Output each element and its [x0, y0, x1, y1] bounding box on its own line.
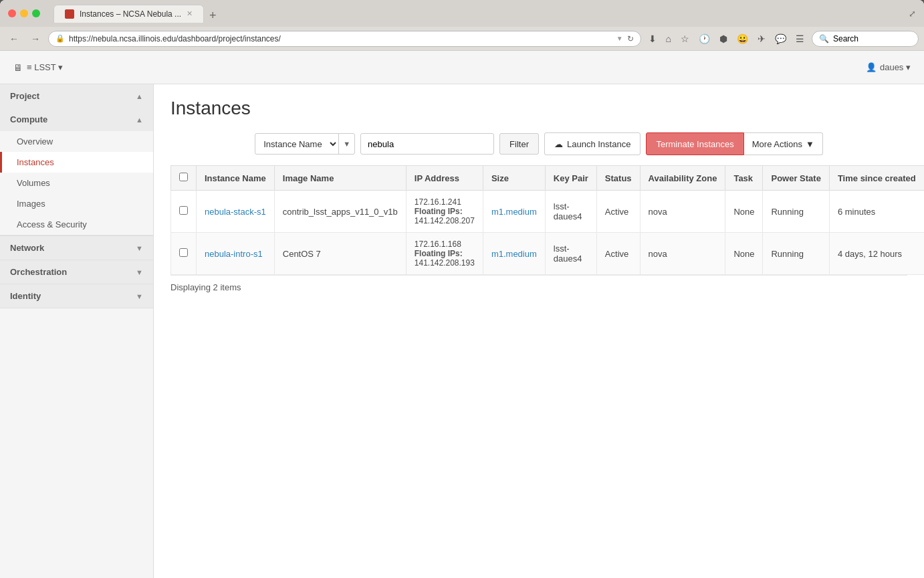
- bookmark-icon[interactable]: ☆: [677, 31, 693, 46]
- row1-ip-cell: 172.16.1.241 Floating IPs: 141.142.208.2…: [406, 191, 483, 233]
- cloud-icon: ☁: [554, 139, 563, 149]
- row1-checkbox-cell[interactable]: [171, 191, 197, 233]
- menu-icon[interactable]: ☰: [792, 31, 808, 46]
- row2-status: Active: [605, 249, 628, 259]
- url-dropdown-arrow: ▼: [616, 35, 623, 42]
- col-time: Time since created: [829, 166, 924, 191]
- row2-az-cell: nova: [640, 233, 725, 275]
- emoji-icon[interactable]: 😀: [733, 31, 752, 46]
- search-placeholder: Search: [833, 34, 858, 43]
- main-content: Instances Instance Name ▼ Filter ☁ Launc…: [154, 84, 924, 578]
- project-label: Project: [10, 91, 39, 101]
- instances-table: Instance Name Image Name IP Address Size…: [170, 165, 924, 275]
- terminate-instances-button[interactable]: Terminate Instances: [646, 132, 743, 155]
- forward-button[interactable]: →: [27, 31, 44, 47]
- sidebar-item-instances[interactable]: Instances: [0, 152, 153, 173]
- filter-select[interactable]: Instance Name: [255, 134, 338, 154]
- back-button[interactable]: ←: [5, 31, 23, 47]
- col-power-state: Power State: [763, 166, 829, 191]
- row2-status-cell: Active: [596, 233, 640, 275]
- select-all-col[interactable]: [171, 166, 197, 191]
- sidebar-item-images[interactable]: Images: [0, 193, 153, 214]
- row2-time: 4 days, 12 hours: [838, 249, 902, 259]
- close-button[interactable]: [8, 9, 16, 17]
- row1-size-cell: m1.medium: [483, 191, 545, 233]
- sidebar-item-access-security[interactable]: Access & Security: [0, 214, 153, 235]
- select-all-checkbox[interactable]: [179, 173, 188, 181]
- row1-time-cell: 6 minutes: [829, 191, 924, 233]
- sidebar-item-volumes[interactable]: Volumes: [0, 173, 153, 193]
- row1-status-cell: Active: [596, 191, 640, 233]
- row1-time: 6 minutes: [838, 207, 875, 217]
- toolbar-icons: ⬇ ⌂ ☆ 🕐 ⬢ 😀 ✈ 💬 ☰: [645, 31, 808, 46]
- row2-image-name-cell: CentOS 7: [274, 233, 406, 275]
- user-icon: 👤: [866, 62, 877, 72]
- browser-titlebar: Instances – NCSA Nebula ... ✕ + ⤢: [0, 0, 924, 27]
- tab-title: Instances – NCSA Nebula ...: [80, 9, 181, 19]
- col-status: Status: [596, 166, 640, 191]
- row1-instance-name-link[interactable]: nebula-stack-s1: [205, 207, 266, 217]
- history-icon[interactable]: 🕐: [695, 31, 713, 46]
- row2-checkbox[interactable]: [179, 248, 188, 257]
- project-section-header[interactable]: Project ▲: [0, 84, 153, 108]
- filter-button[interactable]: Filter: [499, 133, 539, 155]
- launch-btn-label: Launch Instance: [567, 139, 630, 149]
- row1-size-link[interactable]: m1.medium: [491, 207, 537, 217]
- home-icon[interactable]: ⌂: [663, 31, 675, 46]
- row2-size-cell: m1.medium: [483, 233, 545, 275]
- pocket-icon[interactable]: ⬢: [716, 31, 731, 46]
- row1-az: nova: [649, 207, 667, 217]
- browser-toolbar: ← → 🔒 https://nebula.ncsa.illinois.edu/d…: [0, 27, 924, 51]
- network-section-header[interactable]: Network ▼: [0, 236, 153, 260]
- tab-close-button[interactable]: ✕: [187, 9, 193, 18]
- identity-section-header[interactable]: Identity ▼: [0, 284, 153, 308]
- terminate-more-wrap: Terminate Instances More Actions ▼: [646, 132, 822, 155]
- instances-label: Instances: [17, 157, 54, 167]
- minimize-button[interactable]: [20, 9, 28, 17]
- expand-icon: ⤢: [909, 9, 916, 19]
- active-tab[interactable]: Instances – NCSA Nebula ... ✕: [53, 5, 204, 23]
- browser-search-bar[interactable]: 🔍 Search: [812, 31, 919, 47]
- row2-key-pair: lsst-daues4: [554, 244, 582, 264]
- filter-select-wrap[interactable]: Instance Name ▼: [255, 133, 355, 155]
- network-label: Network: [10, 243, 44, 253]
- send-icon[interactable]: ✈: [754, 31, 769, 46]
- volumes-label: Volumes: [17, 178, 50, 188]
- row2-size-link[interactable]: m1.medium: [491, 249, 537, 259]
- launch-instance-button[interactable]: ☁ Launch Instance: [544, 132, 641, 155]
- access-security-label: Access & Security: [17, 219, 87, 229]
- project-selector[interactable]: 🖥 ≡ LSST ▾: [13, 62, 63, 73]
- user-menu-label: daues ▾: [880, 62, 911, 72]
- user-menu[interactable]: 👤 daues ▾: [866, 62, 911, 72]
- row1-power-state: Running: [771, 207, 803, 217]
- maximize-button[interactable]: [32, 9, 40, 17]
- refresh-icon[interactable]: ↻: [627, 34, 634, 43]
- row2-instance-name-link[interactable]: nebula-intro-s1: [205, 249, 263, 259]
- table-header-row: Instance Name Image Name IP Address Size…: [171, 166, 925, 191]
- col-size: Size: [483, 166, 545, 191]
- sidebar-item-overview[interactable]: Overview: [0, 131, 153, 152]
- row2-checkbox-cell[interactable]: [171, 233, 197, 275]
- row1-status: Active: [605, 207, 628, 217]
- page-title: Instances: [170, 98, 907, 119]
- compute-section: Compute ▲ Overview Instances Volumes: [0, 108, 153, 235]
- row2-ip-floating: 141.142.208.193: [415, 258, 475, 268]
- filter-input[interactable]: [360, 133, 494, 155]
- url-text: https://nebula.ncsa.illinois.edu/dashboa…: [69, 34, 612, 43]
- orchestration-section-header[interactable]: Orchestration ▼: [0, 260, 153, 284]
- more-actions-button[interactable]: More Actions ▼: [744, 132, 823, 155]
- window-controls: [8, 9, 40, 17]
- more-actions-label: More Actions: [752, 139, 802, 149]
- orchestration-section: Orchestration ▼: [0, 260, 153, 284]
- row1-checkbox[interactable]: [179, 206, 188, 215]
- row2-power-state: Running: [771, 249, 803, 259]
- row2-task-cell: None: [725, 233, 763, 275]
- download-icon[interactable]: ⬇: [645, 31, 660, 46]
- new-tab-button[interactable]: +: [204, 9, 222, 23]
- row2-instance-name-cell: nebula-intro-s1: [197, 233, 275, 275]
- col-key-pair: Key Pair: [545, 166, 596, 191]
- compute-section-header[interactable]: Compute ▲: [0, 108, 153, 131]
- chat-icon[interactable]: 💬: [772, 31, 790, 46]
- row2-az: nova: [649, 249, 667, 259]
- address-bar[interactable]: 🔒 https://nebula.ncsa.illinois.edu/dashb…: [48, 31, 641, 47]
